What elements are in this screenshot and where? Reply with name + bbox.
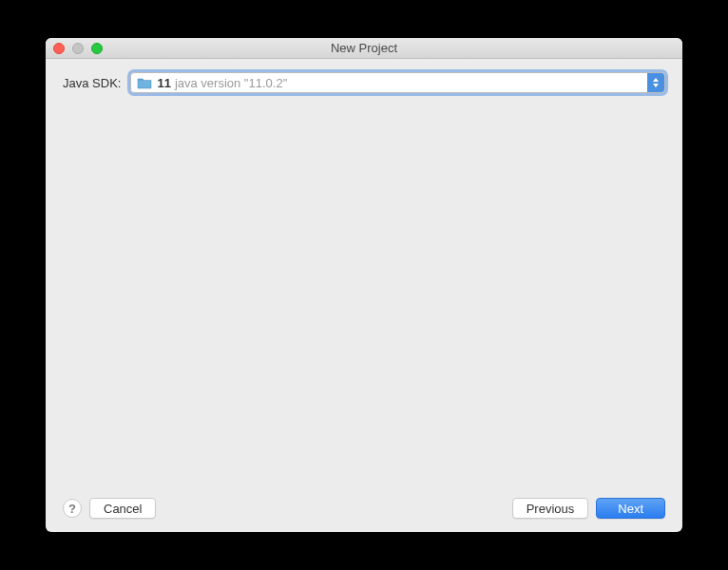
previous-button[interactable]: Previous [512, 498, 589, 519]
sdk-selected-version: java version "11.0.2" [175, 76, 287, 90]
sdk-selected-name: 11 [157, 76, 170, 90]
titlebar: New Project [46, 38, 682, 59]
maximize-icon[interactable] [91, 43, 103, 54]
minimize-icon [72, 43, 84, 54]
close-icon[interactable] [53, 43, 65, 54]
next-button[interactable]: Next [596, 498, 665, 519]
new-project-dialog: New Project Java SDK: 11 java version "1… [46, 38, 682, 532]
sdk-dropdown[interactable]: 11 java version "11.0.2" [130, 72, 665, 93]
window-title: New Project [46, 41, 682, 55]
dialog-footer: ? Cancel Previous Next [46, 486, 682, 532]
help-icon: ? [68, 502, 76, 516]
folder-icon [137, 77, 152, 89]
cancel-button[interactable]: Cancel [89, 498, 156, 519]
help-button[interactable]: ? [63, 499, 82, 518]
traffic-lights [46, 43, 103, 54]
dialog-content: Java SDK: 11 java version "11.0.2" [46, 59, 682, 486]
sdk-label: Java SDK: [63, 76, 121, 90]
sdk-row: Java SDK: 11 java version "11.0.2" [63, 72, 665, 93]
chevron-updown-icon [647, 73, 664, 92]
